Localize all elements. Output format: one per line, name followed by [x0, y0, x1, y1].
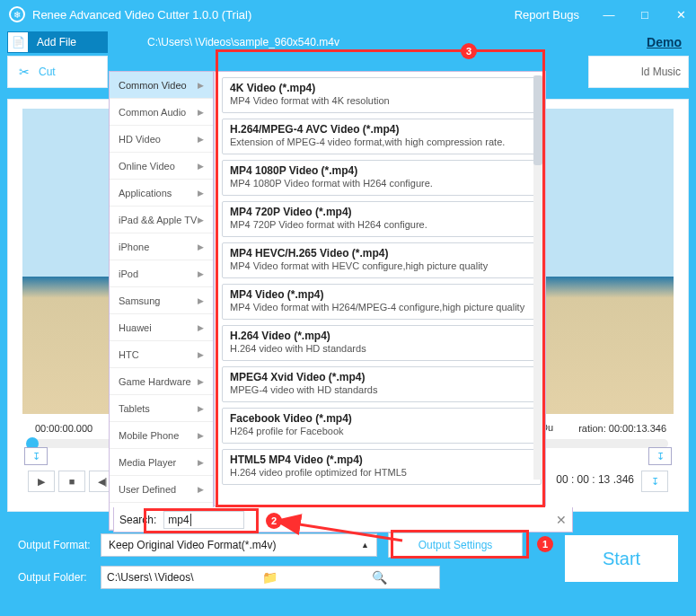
format-item[interactable]: MP4 720P Video (*.mp4)MP4 720P Video for… — [222, 201, 542, 237]
format-category-media-player[interactable]: Media Player▶ — [110, 449, 213, 476]
file-path: C:\Users\ \Videos\sample_960x540.m4v — [113, 36, 641, 48]
minimize-icon[interactable]: ― — [603, 8, 615, 21]
format-category-common-video[interactable]: Common Video▶ — [110, 72, 213, 99]
add-file-button[interactable]: 📄 Add File — [7, 31, 108, 53]
format-category-online-video[interactable]: Online Video▶ — [110, 153, 213, 180]
search-label: Search: — [119, 514, 156, 526]
play-button[interactable]: ▶ — [28, 471, 55, 492]
maximize-icon[interactable]: □ — [639, 8, 651, 21]
format-category-samsung[interactable]: Samsung▶ — [110, 287, 213, 314]
format-category-hd-video[interactable]: HD Video▶ — [110, 126, 213, 153]
close-icon[interactable]: ✕ — [674, 8, 687, 21]
app-title: Renee Advanced Video Cutter 1.0.0 (Trial… — [32, 8, 515, 22]
output-format-label: Output Format: — [18, 539, 101, 551]
start-button[interactable]: Start — [565, 535, 678, 582]
scrollbar-thumb[interactable] — [533, 75, 542, 165]
format-category-ipad-apple-tv[interactable]: iPad && Apple TV▶ — [110, 207, 213, 233]
format-category-applications[interactable]: Applications▶ — [110, 180, 213, 207]
scissors-icon: ✂ — [15, 63, 33, 81]
scrollbar[interactable] — [533, 75, 542, 480]
format-category-htc[interactable]: HTC▶ — [110, 341, 213, 368]
output-folder-input[interactable]: C:\Users\ \Videos\ 📁 🔍 — [101, 566, 440, 589]
app-logo-icon: ❄ — [9, 6, 25, 22]
output-format-value: Keep Original Video Format(*.m4v) — [109, 539, 277, 551]
format-list-panel: 4K Video (*.mp4)MP4 Video format with 4K… — [214, 71, 546, 506]
format-item[interactable]: Facebook Video (*.mp4)H264 profile for F… — [222, 408, 542, 444]
format-item[interactable]: H.264 Video (*.mp4)H.264 video with HD s… — [222, 325, 542, 361]
add-file-label: Add File — [37, 36, 76, 48]
format-item[interactable]: MP4 HEVC/H.265 Video (*.mp4)MP4 Video fo… — [222, 242, 542, 278]
titlebar: ❄ Renee Advanced Video Cutter 1.0.0 (Tri… — [0, 0, 696, 29]
format-category-tablets[interactable]: Tablets▶ — [110, 395, 213, 422]
tab-music[interactable]: ld Music — [588, 56, 689, 88]
report-bugs-link[interactable]: Report Bugs — [515, 8, 579, 22]
mark-in-button[interactable]: ↧ — [24, 447, 48, 465]
format-item[interactable]: MP4 Video (*.mp4)MP4 Video format with H… — [222, 284, 542, 320]
tab-cut[interactable]: ✂ Cut — [7, 56, 108, 88]
search-value: mp4 — [168, 514, 189, 526]
folder-icon[interactable]: 📁 — [216, 570, 324, 585]
format-item[interactable]: H.264/MPEG-4 AVC Video (*.mp4)Extension … — [222, 119, 542, 154]
format-category-game-hardware[interactable]: Game Hardware▶ — [110, 368, 213, 395]
search-input[interactable]: mp4 — [163, 511, 244, 529]
format-search-row: Search: mp4 ✕ — [113, 507, 573, 532]
format-category-user-defined[interactable]: User Defined▶ — [110, 476, 213, 503]
output-settings-button[interactable]: Output Settings — [388, 532, 523, 558]
path-bar: 📄 Add File C:\Users\ \Videos\sample_960x… — [0, 29, 696, 56]
format-item[interactable]: MPEG4 Xvid Video (*.mp4)MPEG-4 video wit… — [222, 366, 542, 402]
format-category-mobile-phone[interactable]: Mobile Phone▶ — [110, 422, 213, 449]
format-category-huawei[interactable]: Huawei▶ — [110, 314, 213, 341]
format-category-menu: Common Video▶Common Audio▶HD Video▶Onlin… — [109, 71, 214, 531]
time-start: 00:00:00.000 — [35, 423, 93, 434]
format-category-common-audio[interactable]: Common Audio▶ — [110, 99, 213, 126]
output-folder-label: Output Folder: — [18, 571, 101, 584]
output-format-select[interactable]: Keep Original Video Format(*.m4v) ▲ — [101, 533, 377, 557]
output-folder-value: C:\Users\ \Videos\ — [107, 571, 216, 584]
stop-button[interactable]: ■ — [58, 471, 85, 492]
format-item[interactable]: MP4 1080P Video (*.mp4)MP4 1080P Video f… — [222, 160, 542, 196]
dropdown-icon: ▲ — [361, 541, 369, 550]
mark-out-button[interactable]: ↧ — [648, 447, 672, 465]
tab-music-label: ld Music — [641, 66, 681, 78]
format-scroll[interactable]: 4K Video (*.mp4)MP4 Video format with 4K… — [215, 72, 545, 506]
browse-icon[interactable]: 🔍 — [325, 570, 434, 585]
format-category-iphone[interactable]: iPhone▶ — [110, 233, 213, 260]
time-display: 00 : 00 : 13 .346 — [556, 473, 634, 486]
format-item[interactable]: 4K Video (*.mp4)MP4 Video format with 4K… — [222, 77, 542, 113]
format-category-ipod[interactable]: iPod▶ — [110, 260, 213, 287]
duration-label: ration: 00:00:13.346 — [578, 423, 666, 434]
demo-link[interactable]: Demo — [647, 35, 689, 49]
tab-cut-label: Cut — [39, 66, 56, 78]
mark-end-button[interactable]: ↧ — [641, 471, 668, 492]
add-file-icon: 📄 — [8, 32, 28, 52]
clear-search-icon[interactable]: ✕ — [556, 513, 567, 527]
format-item[interactable]: HTML5 MP4 Video (*.mp4)H.264 video profi… — [222, 449, 542, 485]
